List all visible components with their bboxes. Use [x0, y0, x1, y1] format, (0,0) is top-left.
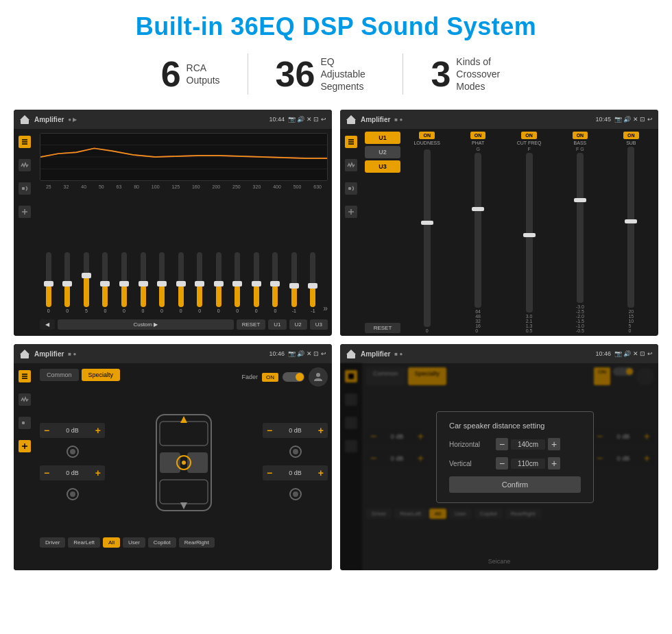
bass-slider[interactable]	[577, 153, 584, 303]
fb-driver-button[interactable]: Driver	[40, 537, 65, 548]
eq-track-3[interactable]	[102, 252, 108, 307]
eq-track-10[interactable]	[235, 252, 240, 307]
u1-button[interactable]: U1	[365, 132, 400, 144]
phat-slider[interactable]	[475, 153, 481, 308]
cutfreq-slider[interactable]	[526, 153, 533, 313]
eq-custom-button[interactable]: Custom ▶	[58, 319, 234, 330]
eq-track-11[interactable]	[254, 252, 259, 307]
fb-rearright-button[interactable]: RearRight	[179, 537, 215, 548]
eq-u1-button[interactable]: U1	[268, 319, 286, 330]
fader-on-badge[interactable]: ON	[262, 373, 278, 382]
loudness-handle[interactable]	[421, 221, 433, 225]
confirm-button[interactable]: Confirm	[449, 476, 581, 493]
eq-track-9[interactable]	[216, 252, 221, 307]
eq-handle-11[interactable]	[252, 281, 261, 286]
eq-track-14[interactable]	[310, 252, 315, 307]
db-rr-plus[interactable]: +	[318, 467, 324, 478]
eq-handle-10[interactable]	[232, 281, 242, 286]
crossover-sidebar-icon-3[interactable]	[345, 182, 357, 195]
eq-handle-9[interactable]	[214, 281, 224, 286]
bass-handle[interactable]	[574, 198, 586, 202]
next-arrow-icon[interactable]: »	[323, 304, 328, 313]
sub-slider[interactable]	[627, 147, 634, 308]
eq-u2-button[interactable]: U2	[289, 319, 307, 330]
dialog-horizontal-plus[interactable]: +	[548, 438, 560, 450]
db-fl-plus[interactable]: +	[95, 425, 101, 436]
cutfreq-handle[interactable]	[523, 233, 536, 237]
dialog-vertical-plus[interactable]: +	[548, 457, 560, 470]
speaker-rl-icon	[64, 486, 81, 502]
eq-track-1[interactable]	[64, 252, 70, 307]
fader-sidebar-icon-4[interactable]	[19, 440, 31, 452]
eq-handle-2[interactable]	[82, 273, 91, 278]
eq-u3-button[interactable]: U3	[310, 319, 328, 330]
eq-handle-14[interactable]	[308, 283, 317, 289]
crossover-reset-button[interactable]: RESET	[365, 323, 400, 333]
eq-track-0[interactable]	[46, 252, 51, 307]
dist-bg-tabs: Common Specialty ON	[366, 367, 654, 385]
db-rl-plus[interactable]: +	[95, 467, 101, 478]
u2-button[interactable]: U2	[365, 146, 400, 158]
eq-title: Amplifier	[34, 116, 64, 123]
fader-toggle[interactable]	[283, 372, 304, 382]
eq-sidebar-icon-2[interactable]	[19, 159, 31, 171]
phat-on-badge[interactable]: ON	[470, 132, 486, 139]
dist-bg-all: All	[429, 509, 446, 519]
eq-track-6[interactable]	[159, 252, 165, 307]
bass-label: BASS	[574, 141, 587, 145]
fb-rearleft-button[interactable]: RearLeft	[68, 537, 100, 548]
fader-profile-icon[interactable]	[309, 367, 328, 387]
page-title: Built-in 36EQ DSP Sound System	[136, 12, 536, 41]
eq-sidebar-icon-4[interactable]	[19, 206, 31, 218]
eq-reset-button[interactable]: RESET	[237, 319, 266, 330]
fader-sidebar-icon-1[interactable]	[19, 370, 31, 382]
fb-copilot-button[interactable]: Copilot	[148, 537, 176, 548]
dialog-horizontal-minus[interactable]: −	[496, 438, 508, 450]
eq-handle-5[interactable]	[139, 281, 148, 286]
fader-sidebar-icon-2[interactable]	[19, 393, 31, 406]
eq-handle-6[interactable]	[157, 281, 167, 286]
eq-handle-13[interactable]	[289, 283, 299, 289]
eq-handle-1[interactable]	[62, 281, 72, 286]
eq-track-5[interactable]	[141, 252, 146, 307]
fb-all-button[interactable]: All	[103, 537, 120, 548]
eq-handle-4[interactable]	[119, 281, 129, 286]
sub-handle[interactable]	[625, 219, 637, 223]
crossover-sidebar-icon-2[interactable]	[345, 159, 357, 171]
crossover-dots: ■ ●	[394, 117, 403, 123]
eq-handle-3[interactable]	[100, 281, 110, 286]
fader-sidebar-icon-3[interactable]	[19, 417, 31, 429]
eq-track-12[interactable]	[272, 252, 278, 307]
eq-handle-8[interactable]	[195, 281, 204, 286]
bass-on-badge[interactable]: ON	[573, 132, 588, 139]
tab-common[interactable]: Common	[40, 369, 79, 381]
crossover-sidebar-icon-1[interactable]	[345, 136, 357, 148]
cutfreq-on-badge[interactable]: ON	[521, 132, 537, 139]
eq-handle-7[interactable]	[176, 281, 186, 286]
fb-user-button[interactable]: User	[123, 537, 145, 548]
db-fr-plus[interactable]: +	[318, 425, 324, 436]
eq-track-13[interactable]	[291, 252, 297, 307]
db-fl-minus[interactable]: −	[44, 425, 49, 436]
db-fr-minus[interactable]: −	[267, 425, 272, 436]
crossover-sidebar-icon-4[interactable]	[345, 206, 357, 218]
eq-handle-12[interactable]	[270, 281, 280, 286]
eq-sidebar-icon-3[interactable]	[19, 182, 31, 195]
eq-prev-button[interactable]: ◀	[40, 319, 55, 330]
tab-specialty[interactable]: Specialty	[82, 369, 121, 381]
eq-sidebar-icon-1[interactable]	[19, 136, 31, 148]
eq-handle-0[interactable]	[44, 281, 53, 286]
db-rl-minus[interactable]: −	[44, 467, 49, 478]
db-rr-minus[interactable]: −	[267, 467, 272, 478]
distance-topbar: Amplifier ■ ● 10:46 📷 🔊 ✕ ⊡ ↩	[340, 344, 658, 363]
dialog-vertical-minus[interactable]: −	[496, 457, 508, 470]
eq-track-4[interactable]	[121, 252, 127, 307]
loudness-on-badge[interactable]: ON	[419, 132, 435, 139]
phat-handle[interactable]	[472, 207, 484, 211]
eq-track-8[interactable]	[197, 252, 202, 307]
eq-track-2[interactable]	[84, 252, 89, 307]
u3-button[interactable]: U3	[365, 160, 400, 173]
loudness-slider[interactable]	[424, 149, 431, 327]
eq-track-7[interactable]	[178, 252, 184, 307]
sub-on-badge[interactable]: ON	[623, 132, 639, 139]
